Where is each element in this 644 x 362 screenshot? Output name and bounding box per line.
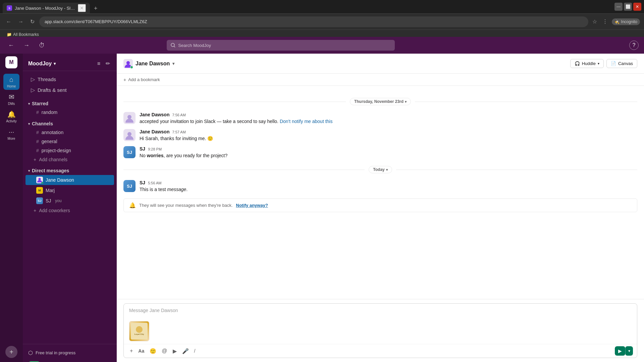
reload-button[interactable]: ↻ — [28, 17, 37, 26]
message-content-4: SJ 5:56 AM This is a test message. — [140, 180, 637, 193]
drafts-icon: ▷ — [31, 87, 35, 93]
shortcuts-button[interactable]: / — [192, 347, 198, 355]
channel-title[interactable]: Jane Dawson ▾ — [123, 59, 174, 68]
filter-icon: ≡ — [97, 61, 100, 66]
slack-back-button[interactable]: ← — [5, 41, 17, 50]
dms-nav-icon[interactable]: ✉ DMs — [3, 91, 19, 107]
activity-nav-icon[interactable]: 🔔 Activity — [3, 109, 19, 125]
more-nav-icon[interactable]: ··· More — [3, 126, 19, 142]
browser-menu-button[interactable]: ⋮ — [601, 17, 609, 26]
sidebar-item-annotation[interactable]: # annotation — [25, 128, 114, 137]
send-options-button[interactable]: ▾ — [625, 346, 633, 356]
dm-item-marj[interactable]: M Marj — [25, 185, 114, 195]
divider-line-right — [415, 102, 637, 102]
close-button[interactable]: ✕ — [633, 3, 641, 11]
dms-icon: ✉ — [9, 93, 14, 101]
svg-point-7 — [127, 115, 131, 119]
msg-text-4: This is a test message. — [140, 186, 637, 193]
attach-button[interactable]: + — [128, 347, 135, 355]
date-divider-nov23: Thursday, November 23rd ▾ — [123, 98, 637, 105]
channels-section-header[interactable]: ▾ Channels — [23, 120, 117, 128]
emoji-button[interactable]: 🙂 — [148, 347, 158, 356]
add-channels-button[interactable]: + Add channels — [23, 155, 117, 164]
huddle-button[interactable]: 🎧 Huddle ▾ — [570, 59, 604, 68]
message-input-area: Message Jane Dawson Loyal City — [117, 299, 644, 362]
minimize-button[interactable]: — — [614, 3, 623, 11]
svg-point-8 — [127, 132, 131, 136]
message-group-2: Jane Dawson 7:57 AM Hi Sarah, thanks for… — [123, 128, 637, 143]
slack-forward-button[interactable]: → — [21, 41, 32, 50]
mention-button[interactable]: @ — [160, 347, 169, 355]
starred-section-header[interactable]: ▾ Starred — [23, 100, 117, 108]
free-trial-item[interactable]: ⬡ Free trial in progress — [23, 347, 117, 359]
date-label-nov23[interactable]: Thursday, November 23rd ▾ — [350, 98, 411, 105]
sidebar-nav: ▷ Threads ▷ Drafts & sent — [23, 71, 117, 98]
home-icon: ⌂ — [9, 76, 13, 83]
all-bookmarks-item[interactable]: 📁 All Bookmarks — [4, 32, 42, 38]
svg-point-4 — [38, 178, 41, 180]
forward-button[interactable]: → — [16, 17, 25, 26]
filter-button[interactable]: ≡ — [96, 59, 102, 68]
audio-button[interactable]: 🎤 — [180, 347, 191, 356]
messages-area[interactable]: Thursday, November 23rd ▾ Jane Dawson 7:… — [117, 86, 644, 299]
bookmarks-folder-icon: 📁 — [7, 32, 12, 37]
message-input-field[interactable]: Message Jane Dawson — [124, 304, 637, 318]
msg-author-1: Jane Dawson — [140, 112, 169, 117]
workspace-icon[interactable]: M — [5, 56, 17, 68]
msg-text-2: Hi Sarah, thanks for inviting me. 🙂 — [140, 135, 637, 142]
sidebar-item-general[interactable]: # general — [25, 137, 114, 146]
slack-help-button[interactable]: ? — [629, 41, 639, 50]
slack-header-bar: ← → ⏱ ? — [0, 37, 644, 54]
sidebar-drafts-item[interactable]: ▷ Drafts & sent — [25, 85, 114, 95]
message-input-toolbar: + Aa 🙂 @ ▶ 🎤 — [124, 344, 637, 358]
jane-avatar-msg2 — [123, 129, 136, 141]
sidebar-item-random[interactable]: # random — [25, 108, 114, 117]
notify-anyway-link[interactable]: Notify anyway? — [236, 203, 268, 208]
message-group-4: SJ SJ 5:56 AM This is a test message. — [123, 179, 637, 194]
sidebar-threads-item[interactable]: ▷ Threads — [25, 74, 114, 84]
video-button[interactable]: ▶ — [171, 347, 179, 356]
video-icon: ▶ — [173, 348, 177, 354]
bookmark-star-button[interactable]: ☆ — [591, 17, 598, 26]
add-workspace-button[interactable]: + — [5, 346, 17, 358]
sidebar-item-project-design[interactable]: # project-design — [25, 146, 114, 155]
tab-close-button[interactable]: ✕ — [78, 4, 86, 12]
format-text-button[interactable]: Aa — [136, 347, 146, 355]
slack-search-input[interactable] — [178, 43, 391, 48]
channel-actions: 🎧 Huddle ▾ 📄 Canvas — [570, 59, 637, 68]
svg-text:S: S — [8, 7, 10, 10]
date-chevron-icon: ▾ — [405, 100, 407, 104]
sj-avatar-msg3: SJ — [123, 146, 136, 158]
dont-notify-link[interactable]: Don't notify me about this — [280, 119, 333, 124]
messages-spacer — [123, 216, 637, 222]
maximize-button[interactable]: ⬜ — [624, 3, 632, 11]
msg-header-1: Jane Dawson 7:56 AM — [140, 112, 637, 117]
send-button[interactable]: ▶ — [615, 346, 625, 356]
slack-search-box[interactable] — [167, 40, 395, 51]
project-design-hash-icon: # — [36, 148, 39, 153]
date-label-today[interactable]: Today ▾ — [369, 166, 392, 173]
address-bar[interactable] — [39, 16, 588, 27]
back-button[interactable]: ← — [4, 17, 13, 26]
notification-text: They will see your messages when they're… — [139, 203, 233, 208]
active-tab[interactable]: S Jane Dawson - MoodJoy - Sla... ✕ — [3, 3, 90, 13]
dm-item-sj[interactable]: SJ SJ you — [25, 196, 114, 206]
slack-history-button[interactable]: ⏱ — [36, 41, 48, 50]
attachment-inner: Loyal City — [129, 321, 149, 341]
message-group-1: Jane Dawson 7:56 AM accepted your invita… — [123, 111, 637, 126]
msg-author-4: SJ — [140, 180, 145, 185]
add-bookmark-button[interactable]: + Add a bookmark — [123, 77, 160, 82]
msg-header-3: SJ 9:28 PM — [140, 146, 637, 152]
channel-chevron-icon: ▾ — [172, 61, 174, 66]
send-group: ▶ ▾ — [615, 346, 633, 356]
dm-item-jane[interactable]: Jane Dawson — [25, 175, 114, 185]
compose-button[interactable]: ✏ — [104, 59, 111, 68]
new-tab-button[interactable]: + — [91, 4, 100, 13]
add-coworkers-button[interactable]: + Add coworkers — [23, 206, 117, 215]
canvas-button[interactable]: 📄 Canvas — [606, 59, 637, 68]
dm-section-header[interactable]: ▾ Direct messages — [23, 167, 117, 175]
workspace-name[interactable]: MoodJoy ▾ — [28, 61, 56, 67]
home-nav-icon[interactable]: ⌂ Home — [3, 74, 19, 90]
attach-plus-icon: + — [130, 348, 133, 354]
user-profile[interactable]: Jane Dawson — [23, 359, 117, 362]
